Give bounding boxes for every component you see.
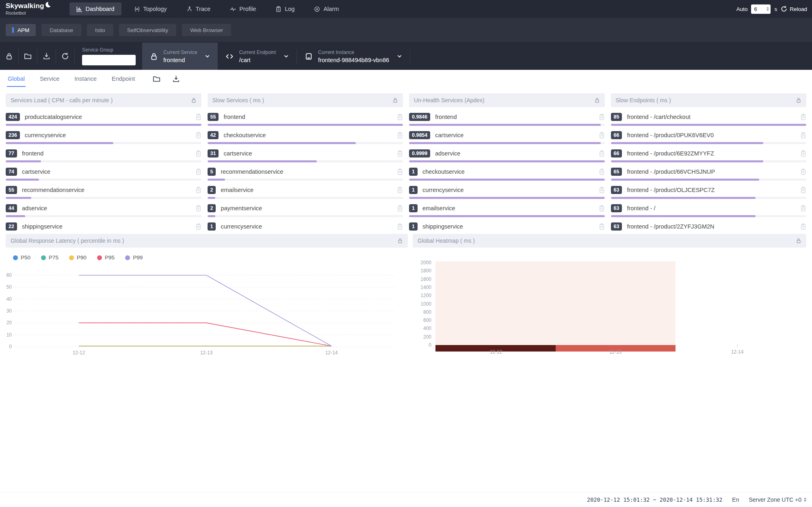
server-zone-control[interactable]: Server Zone UTC +0 <box>749 496 806 503</box>
legend-dot <box>97 255 102 260</box>
nav-item-trace[interactable]: Trace <box>180 2 218 15</box>
copy-icon[interactable] <box>397 205 403 212</box>
svg-text:10: 10 <box>6 332 12 338</box>
metric-item-name: shippingservice <box>422 223 599 230</box>
copy-icon[interactable] <box>599 223 605 230</box>
metric-bar-track <box>208 179 403 181</box>
nav-item-profile[interactable]: Profile <box>223 2 263 15</box>
copy-icon[interactable] <box>195 205 201 212</box>
lock-icon[interactable] <box>0 52 18 60</box>
copy-icon[interactable] <box>397 150 403 157</box>
lock-icon[interactable] <box>397 238 403 244</box>
copy-icon[interactable] <box>195 114 201 121</box>
nav-item-alarm[interactable]: Alarm <box>307 2 346 15</box>
copy-icon[interactable] <box>195 132 201 139</box>
lock-icon[interactable] <box>594 97 600 103</box>
legend-item-p90[interactable]: P90 <box>69 255 87 261</box>
time-range-picker[interactable]: 2020-12-12 15:01:32 ~ 2020-12-14 15:31:3… <box>587 496 722 503</box>
current-instance-selector[interactable]: Current Instance frontend-988494b89-vbn8… <box>297 43 410 70</box>
metric-item-name: frontend <box>435 114 598 120</box>
copy-icon[interactable] <box>800 187 806 194</box>
list-item: 1 currencyservice <box>409 183 605 201</box>
copy-icon[interactable] <box>195 150 201 157</box>
metric-bar-track <box>6 160 201 162</box>
zone-spinner[interactable] <box>804 498 806 502</box>
copy-icon[interactable] <box>599 205 605 212</box>
download-icon[interactable] <box>172 75 180 83</box>
copy-icon[interactable] <box>800 223 806 230</box>
group-tab-apm[interactable]: APM <box>6 24 36 36</box>
tab-global[interactable]: Global <box>7 71 26 87</box>
tab-instance[interactable]: Instance <box>74 71 97 87</box>
nav-item-log[interactable]: Log <box>269 2 301 15</box>
legend-item-p99[interactable]: P99 <box>125 255 143 261</box>
nav-item-topology[interactable]: Topology <box>127 2 174 15</box>
list-item: 74 cartservice <box>6 164 201 183</box>
current-service-selector[interactable]: Current Service frontend <box>142 43 218 70</box>
folder-icon[interactable] <box>19 52 37 60</box>
metric-value-badge: 0.9854 <box>409 131 430 139</box>
metric-bar-fill <box>611 197 756 199</box>
copy-icon[interactable] <box>397 187 403 194</box>
metric-value-badge: 0.9999 <box>409 149 430 157</box>
top-navbar: Skywalking Rocketbot Dashboard Topology … <box>0 0 812 18</box>
current-endpoint-selector[interactable]: Current Endpoint /cart <box>218 43 297 70</box>
lock-icon <box>150 52 158 60</box>
group-tab-label: Web Browser <box>190 27 223 33</box>
auto-interval-input[interactable] <box>751 4 771 14</box>
copy-icon[interactable] <box>800 205 806 212</box>
metric-value-badge: 1 <box>409 222 418 231</box>
copy-icon[interactable] <box>397 223 403 230</box>
lock-icon[interactable] <box>392 97 398 103</box>
tab-service[interactable]: Service <box>39 71 60 87</box>
copy-icon[interactable] <box>599 168 605 175</box>
sync-icon[interactable] <box>56 52 74 60</box>
lock-icon[interactable] <box>191 97 197 103</box>
copy-icon[interactable] <box>800 132 806 139</box>
group-tab-label: Database <box>50 27 73 33</box>
group-tab-selfobservability[interactable]: SelfObservability <box>119 24 176 36</box>
copy-icon[interactable] <box>397 114 403 121</box>
metric-value-badge: 424 <box>6 113 20 121</box>
nav-label: Dashboard <box>86 6 115 12</box>
copy-icon[interactable] <box>195 187 201 194</box>
folder-icon[interactable] <box>153 75 160 83</box>
lock-icon[interactable] <box>796 97 801 103</box>
legend-label: P99 <box>133 255 143 261</box>
auto-interval-value[interactable] <box>754 6 764 12</box>
metric-value-badge: 66 <box>611 131 622 139</box>
copy-icon[interactable] <box>397 132 403 139</box>
svg-text:30: 30 <box>6 308 12 314</box>
copy-icon[interactable] <box>397 168 403 175</box>
reload-button[interactable]: Reload <box>781 6 807 12</box>
copy-icon[interactable] <box>195 168 201 175</box>
metric-bar-track <box>6 215 201 217</box>
bar-chart-icon <box>76 6 82 12</box>
copy-icon[interactable] <box>800 168 806 175</box>
copy-icon[interactable] <box>599 187 605 194</box>
tab-endpoint[interactable]: Endpoint <box>111 71 136 87</box>
service-group-input[interactable] <box>82 55 136 65</box>
lock-icon[interactable] <box>796 238 801 244</box>
legend-item-p75[interactable]: P75 <box>41 255 58 261</box>
metric-list: 55 frontend 42 checkoutservice 31 cartse… <box>208 107 403 231</box>
group-tab-web-browser[interactable]: Web Browser <box>182 24 231 36</box>
series-p95 <box>79 323 331 346</box>
nav-item-dashboard[interactable]: Dashboard <box>69 2 121 15</box>
copy-icon[interactable] <box>599 114 605 121</box>
refresh-icon <box>781 6 787 12</box>
topology-icon <box>134 6 140 12</box>
number-spinner[interactable] <box>767 7 769 11</box>
copy-icon[interactable] <box>800 150 806 157</box>
group-tab-istio[interactable]: Istio <box>87 24 113 36</box>
legend-item-p50[interactable]: P50 <box>13 255 30 261</box>
legend-item-p95[interactable]: P95 <box>97 255 115 261</box>
list-item: 85 frontend - /cart/checkout <box>611 110 807 128</box>
copy-icon[interactable] <box>800 114 806 121</box>
export-icon[interactable] <box>37 52 56 60</box>
copy-icon[interactable] <box>599 150 605 157</box>
language-toggle[interactable]: En <box>732 496 739 503</box>
group-tab-database[interactable]: Database <box>41 24 81 36</box>
copy-icon[interactable] <box>599 132 605 139</box>
copy-icon[interactable] <box>195 223 201 230</box>
